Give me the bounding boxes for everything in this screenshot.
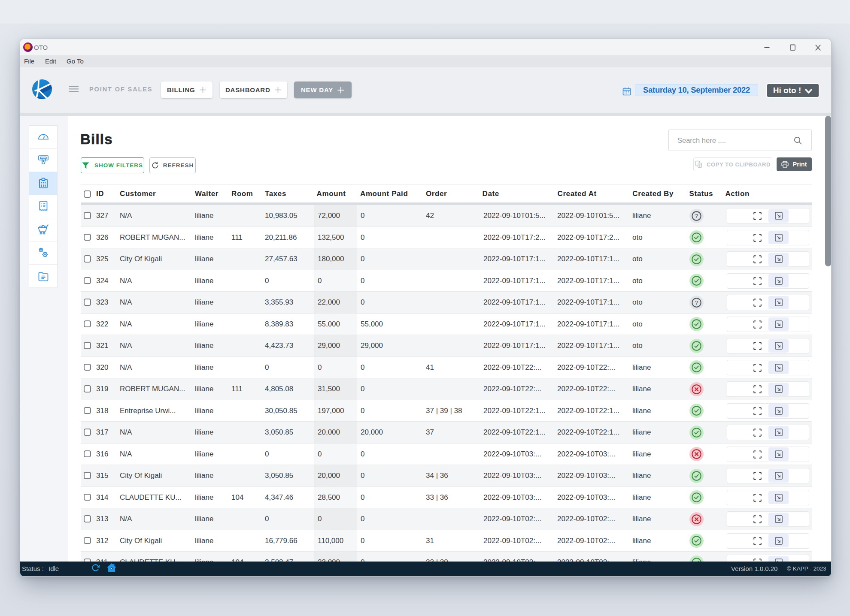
svg-text:?: ? [695,213,698,219]
svg-text:?: ? [695,299,698,306]
